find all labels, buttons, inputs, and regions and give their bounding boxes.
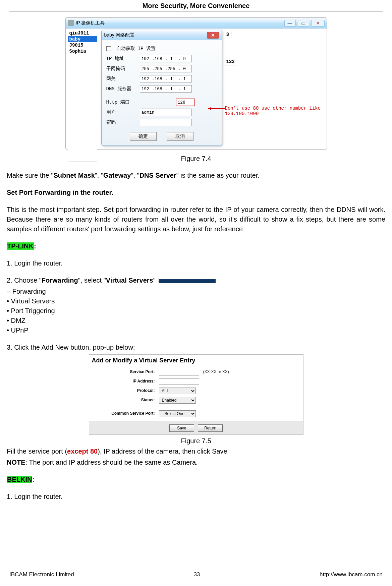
vs-status-label: Status: [92,397,159,403]
vs-common-port-select[interactable]: --Select One-- [159,410,196,417]
footer-page-number: 33 [193,571,200,578]
vs-service-port-input[interactable] [159,369,199,375]
footer-company: IBCAM Electronic Limited [9,571,74,578]
step-1: 1. Login the router. [7,258,385,268]
app-icon [68,20,74,26]
gateway-input[interactable] [140,75,192,82]
vs-protocol-label: Protocol: [92,388,159,394]
user-label: 用户 [106,109,136,115]
body-text: Make sure the "Subnet Mask", "Gateway", … [7,171,385,502]
forwarding-menu [159,279,216,283]
minimize-button[interactable]: — [284,20,296,26]
user-input[interactable] [140,109,192,116]
note-line: NOTE: The port and IP address should be … [7,458,385,467]
dns-label: DNS 服务器 [106,86,136,92]
ip-input[interactable] [140,55,192,62]
window-close-button[interactable]: ✕ [311,20,325,26]
fill-line: Fill the service port (except 80), IP ad… [7,447,385,456]
dhcp-row: 自动获取 IP 设置 [106,44,217,54]
figure-caption-74: Figure 7.4 [7,155,385,163]
vs-protocol-select[interactable]: ALL [159,388,196,394]
vs-common-port-label: Common Service Port: [92,411,159,416]
window-titlebar: IP 摄像机工具 — ▭ ✕ [66,18,327,28]
paragraph: This is the most important step. Set por… [7,205,385,234]
device-item[interactable]: qiuJ011 [68,30,97,36]
vs-status-select[interactable]: Enabled [159,397,196,404]
window-title: IP 摄像机工具 [76,20,284,26]
dialog-close-button[interactable]: ✕ [207,32,219,39]
password-input[interactable] [140,119,192,126]
device-item[interactable]: J9015 [68,42,97,48]
router-brand-belkin: BELKIN [7,476,32,483]
step-3: 3. Click the Add New button, pop-up belo… [7,343,385,352]
annotation-arrow [208,108,225,109]
vs-service-port-label: Service Port: [92,369,159,375]
figure-caption-75: Figure 7.5 [7,436,385,446]
gateway-label: 网关 [106,76,136,82]
ok-button[interactable]: 确定 [130,132,157,141]
ipcam-tool-window: IP 摄像机工具 — ▭ ✕ qiuJ011 baby J9015 Sophia… [65,17,327,150]
port-label: Http 端口 [106,99,136,105]
dhcp-checkbox[interactable] [106,46,111,51]
router-brand-tplink: TP-LINK [7,242,34,250]
virtual-server-panel: Add or Modify a Virtual Server Entry Ser… [89,354,303,435]
step-2: 2. Choose "Forwarding", select "Virtual … [7,276,385,285]
device-item-selected[interactable]: baby [68,36,97,42]
device-item[interactable]: Sophia [68,48,97,54]
mask-label: 子网掩码 [106,66,136,72]
bg-field: 3 [224,31,231,38]
vs-ip-label: IP Address: [92,378,159,384]
ip-label: IP 地址 [106,56,136,62]
cancel-button[interactable]: 取消 [167,132,193,141]
section-heading: Set Port Forwarding in the router. [7,189,113,196]
mask-input[interactable] [140,65,192,72]
vs-save-button[interactable]: Save [169,424,194,432]
page-footer: IBCAM Electronic Limited 33 http://www.i… [9,569,383,578]
bg-field: 122 [224,58,237,65]
pass-label: 密码 [106,119,136,125]
vs-title: Add or Modify a Virtual Server Entry [89,355,303,367]
device-list[interactable]: qiuJ011 baby J9015 Sophia [68,30,97,162]
vs-service-port-hint: (XX-XX or XX) [203,369,229,375]
maximize-button[interactable]: ▭ [298,20,309,26]
vs-return-button[interactable]: Return [198,424,223,432]
page-header: More Security, More Convenience [9,0,383,11]
footer-url: http://www.ibcam.com.cn [320,571,383,578]
port-annotation: Don't use 80 use other number like 128.1… [225,106,321,116]
dhcp-label: 自动获取 IP 设置 [116,46,156,52]
dialog-titlebar: baby 网络配置 ✕ [102,30,222,40]
belkin-step-1: 1. Login the router. [7,492,385,502]
dns-input[interactable] [140,85,192,93]
http-port-input[interactable] [176,99,195,106]
vs-ip-input[interactable] [159,378,199,385]
network-config-dialog: baby 网络配置 ✕ 自动获取 IP 设置 IP 地址 子网掩码 [101,30,222,146]
dialog-title: baby 网络配置 [104,32,134,38]
